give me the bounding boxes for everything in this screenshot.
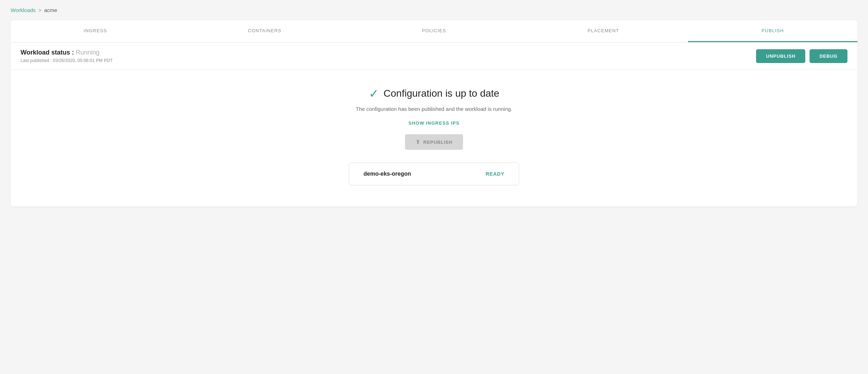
show-ingress-link[interactable]: SHOW INGRESS IPS	[408, 120, 460, 126]
last-published-text: Last published : 03/26/2020, 05:06:01 PM…	[21, 58, 113, 63]
breadcrumb-separator: >	[39, 7, 41, 13]
deployment-name: demo-eks-oregon	[363, 171, 411, 177]
check-icon: ✓	[369, 87, 379, 100]
status-title: Workload status : Running	[21, 49, 113, 56]
republish-label: REPUBLISH	[423, 140, 452, 145]
unpublish-button[interactable]: UNPUBLISH	[756, 49, 805, 63]
config-description: The configuration has been published and…	[356, 106, 512, 112]
breadcrumb: Workloads > acme	[11, 7, 857, 13]
config-status-header: ✓ Configuration is up to date	[369, 87, 500, 100]
breadcrumb-workloads-link[interactable]: Workloads	[11, 7, 36, 13]
tab-ingress[interactable]: INGRESS	[11, 20, 180, 42]
tab-policies[interactable]: POLICIES	[349, 20, 519, 42]
status-info: Workload status : Running Last published…	[21, 49, 113, 63]
tab-publish[interactable]: PUBLISH	[688, 20, 857, 42]
tab-containers[interactable]: CONTAINERS	[180, 20, 349, 42]
status-running-value: Running	[76, 49, 100, 56]
republish-icon: ⬆	[416, 139, 421, 145]
republish-button[interactable]: ⬆ REPUBLISH	[405, 134, 463, 150]
deployment-card: demo-eks-oregon READY	[349, 163, 519, 185]
status-bar: Workload status : Running Last published…	[11, 42, 857, 70]
deployment-status: READY	[486, 171, 505, 177]
breadcrumb-current: acme	[44, 7, 57, 13]
main-card: INGRESS CONTAINERS POLICIES PLACEMENT PU…	[11, 20, 857, 206]
debug-button[interactable]: DEBUG	[810, 49, 847, 63]
tab-placement[interactable]: PLACEMENT	[519, 20, 688, 42]
tabs-bar: INGRESS CONTAINERS POLICIES PLACEMENT PU…	[11, 20, 857, 42]
config-title: Configuration is up to date	[384, 88, 500, 99]
status-actions: UNPUBLISH DEBUG	[756, 49, 847, 63]
publish-content: ✓ Configuration is up to date The config…	[11, 70, 857, 206]
status-label: Workload status :	[21, 49, 74, 56]
